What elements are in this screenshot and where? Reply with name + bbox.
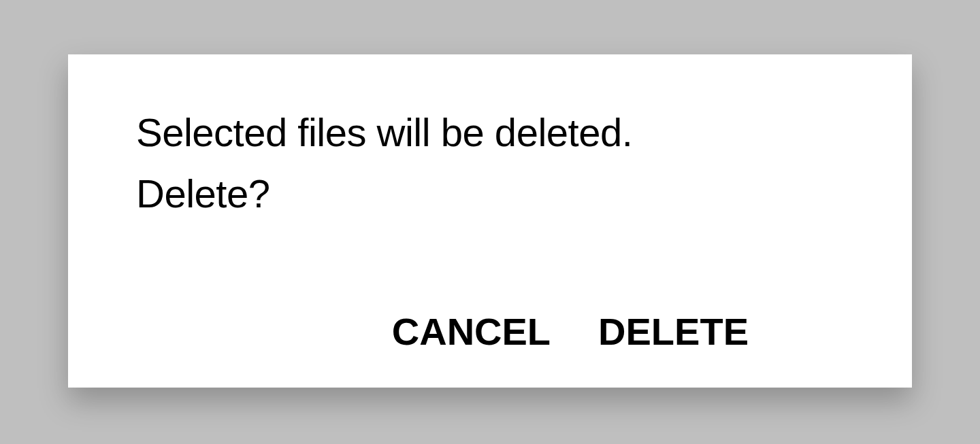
dialog-message: Selected files will be deleted. Delete? xyxy=(136,102,844,224)
cancel-button[interactable]: CANCEL xyxy=(392,309,551,354)
delete-confirmation-dialog: Selected files will be deleted. Delete? … xyxy=(68,54,912,388)
dialog-button-row: CANCEL DELETE xyxy=(136,309,844,354)
delete-button[interactable]: DELETE xyxy=(598,309,749,354)
